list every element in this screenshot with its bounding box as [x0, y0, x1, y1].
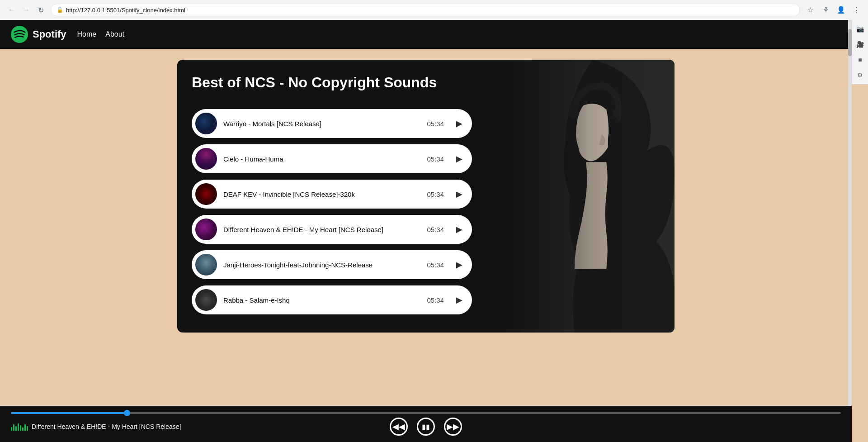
track-name-6: Rabba - Salam-e-Ishq — [223, 296, 420, 304]
extensions-button[interactable]: ⚘ — [819, 4, 832, 16]
eq-bar — [20, 425, 21, 431]
address-bar[interactable]: 🔓 http://127.0.0.1:5501/Spotify_clone/in… — [51, 4, 800, 16]
next-button[interactable]: ▶▶ — [444, 418, 462, 436]
bookmark-star-button[interactable]: ☆ — [804, 4, 816, 16]
track-duration-1: 05:34 — [427, 120, 444, 128]
play-icon-6: ▶ — [454, 295, 465, 305]
play-icon-1: ▶ — [454, 118, 465, 129]
track-thumbnail-4 — [195, 219, 217, 240]
svg-rect-4 — [503, 60, 675, 333]
pause-button[interactable]: ▮▮ — [417, 418, 435, 436]
track-duration-2: 05:34 — [427, 155, 444, 163]
forward-button[interactable]: → — [20, 4, 33, 16]
background-image — [503, 60, 675, 333]
track-duration-3: 05:34 — [427, 190, 444, 198]
player-bottom: Different Heaven & EH!DE - My Heart [NCS… — [11, 418, 841, 436]
track-thumbnail-1 — [195, 113, 217, 134]
track-item[interactable]: Janji-Heroes-Tonight-feat-Johnning-NCS-R… — [192, 250, 472, 279]
track-name-2: Cielo - Huma-Huma — [223, 155, 420, 163]
brand-name: Spotify — [33, 29, 66, 40]
now-playing: Different Heaven & EH!DE - My Heart [NCS… — [11, 423, 181, 431]
now-playing-title: Different Heaven & EH!DE - My Heart [NCS… — [32, 423, 181, 430]
eq-bar — [13, 424, 14, 431]
progress-fill — [11, 412, 127, 414]
track-item[interactable]: DEAF KEV - Invincible [NCS Release]-320k… — [192, 180, 472, 209]
eq-bar — [11, 427, 12, 431]
browser-chrome: ← → ↻ 🔓 http://127.0.0.1:5501/Spotify_cl… — [0, 0, 868, 20]
track-name-4: Different Heaven & EH!DE - My Heart [NCS… — [223, 226, 420, 233]
progress-container[interactable] — [11, 412, 841, 414]
track-name-1: Warriyo - Mortals [NCS Release] — [223, 120, 420, 128]
screenshot-button[interactable]: 📷 — [853, 22, 868, 36]
eq-bar — [27, 426, 28, 431]
nav-about-link[interactable]: About — [105, 30, 124, 38]
nav-links: Home About — [77, 30, 125, 38]
eq-bar — [18, 423, 19, 431]
track-duration-6: 05:34 — [427, 296, 444, 304]
navbar-logo[interactable]: Spotify — [11, 26, 66, 43]
eq-bar — [15, 426, 17, 431]
progress-track[interactable] — [11, 412, 841, 414]
track-thumbnail-5 — [195, 254, 217, 276]
track-list: Warriyo - Mortals [NCS Release] 05:34 ▶ … — [192, 109, 472, 314]
svg-point-0 — [11, 26, 28, 43]
url-text: http://127.0.0.1:5501/Spotify_clone/inde… — [66, 7, 794, 14]
browser-actions: ☆ ⚘ 👤 ⋮ — [804, 4, 863, 16]
eq-bar — [22, 428, 24, 431]
track-item[interactable]: Cielo - Huma-Huma 05:34 ▶ — [192, 144, 472, 173]
track-thumbnail-3 — [195, 183, 217, 205]
equalizer-icon — [11, 423, 28, 431]
lock-icon: 🔓 — [57, 7, 63, 13]
track-item[interactable]: Warriyo - Mortals [NCS Release] 05:34 ▶ — [192, 109, 472, 138]
track-item[interactable]: Rabba - Salam-e-Ishq 05:34 ▶ — [192, 285, 472, 314]
main-content: Best of NCS - No Copyright Sounds — [0, 49, 852, 442]
settings-button[interactable]: ⚙ — [853, 68, 868, 82]
player-bar: Different Heaven & EH!DE - My Heart [NCS… — [0, 406, 852, 442]
woman-silhouette-svg — [503, 60, 675, 333]
nav-home-link[interactable]: Home — [77, 30, 97, 38]
right-panel: 📷 🎥 ■ ⚙ — [852, 20, 868, 84]
browser-toolbar: ← → ↻ 🔓 http://127.0.0.1:5501/Spotify_cl… — [0, 0, 868, 20]
scrollbar[interactable] — [848, 20, 852, 406]
track-name-3: DEAF KEV - Invincible [NCS Release]-320k — [223, 190, 420, 198]
spotify-logo-icon — [11, 26, 28, 43]
prev-button[interactable]: ◀◀ — [390, 418, 408, 436]
more-options-button[interactable]: ⋮ — [850, 4, 863, 16]
scrollbar-thumb[interactable] — [848, 29, 852, 56]
play-icon-4: ▶ — [454, 224, 465, 235]
record-button[interactable]: 🎥 — [853, 37, 868, 52]
nav-buttons: ← → ↻ — [5, 4, 47, 16]
track-name-5: Janji-Heroes-Tonight-feat-Johnning-NCS-R… — [223, 261, 420, 269]
track-item[interactable]: Different Heaven & EH!DE - My Heart [NCS… — [192, 215, 472, 244]
play-icon-2: ▶ — [454, 153, 465, 164]
player-controls: ◀◀ ▮▮ ▶▶ — [390, 418, 462, 436]
track-thumbnail-6 — [195, 289, 217, 311]
content-card: Best of NCS - No Copyright Sounds — [177, 60, 675, 333]
progress-thumb[interactable] — [124, 410, 130, 416]
back-button[interactable]: ← — [5, 4, 18, 16]
track-duration-4: 05:34 — [427, 226, 444, 233]
profile-button[interactable]: 👤 — [835, 4, 847, 16]
play-icon-3: ▶ — [454, 189, 465, 200]
reload-button[interactable]: ↻ — [34, 4, 47, 16]
play-icon-5: ▶ — [454, 259, 465, 270]
track-duration-5: 05:34 — [427, 261, 444, 269]
navbar: Spotify Home About — [0, 20, 852, 49]
eq-bar — [24, 424, 26, 431]
app-wrapper: Spotify Home About Best of NCS - No Copy… — [0, 20, 852, 442]
panel-button[interactable]: ■ — [853, 52, 868, 67]
track-thumbnail-2 — [195, 148, 217, 170]
